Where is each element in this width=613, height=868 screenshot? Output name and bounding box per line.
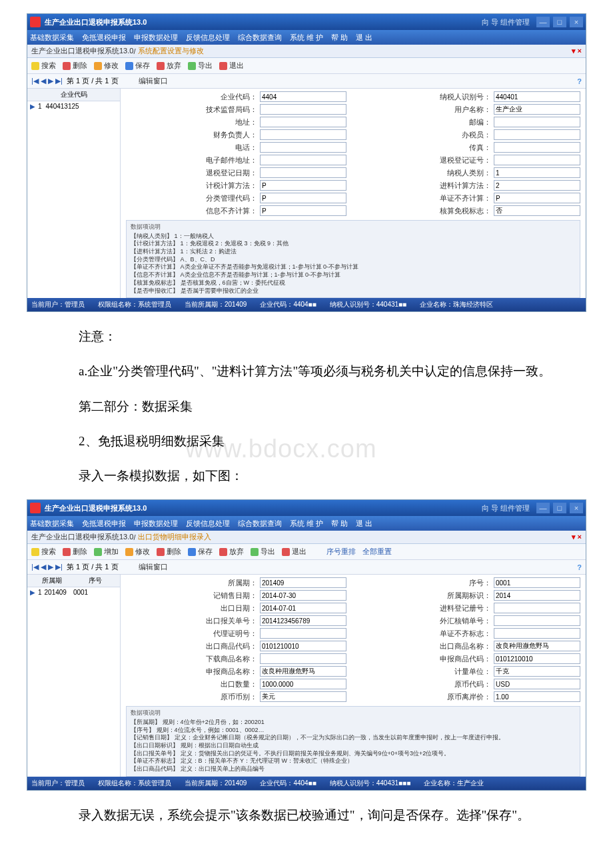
field-input[interactable]: [494, 577, 580, 588]
field-input[interactable]: [494, 193, 580, 203]
field-input[interactable]: [494, 653, 580, 664]
abort-button[interactable]: 放弃: [219, 547, 244, 557]
table-row[interactable]: ▶ 1 201409 0001: [27, 587, 120, 597]
help-icon[interactable]: ?: [577, 77, 582, 85]
field-input[interactable]: [494, 691, 580, 702]
field-input[interactable]: [494, 628, 580, 639]
table-row[interactable]: ▶ 1 440413125: [27, 101, 120, 111]
menu-item[interactable]: 免抵退税申报: [82, 33, 126, 43]
tab-close-icon[interactable]: ▾ ×: [572, 533, 582, 541]
max-button[interactable]: □: [553, 503, 566, 513]
menu-item[interactable]: 免抵退税申报: [82, 519, 126, 529]
pager-first-icon[interactable]: |◀ ◀ ▶ ▶|: [31, 77, 63, 85]
menu-item[interactable]: 帮 助: [331, 519, 348, 529]
menu-item[interactable]: 申报数据处理: [134, 519, 178, 529]
menu-item[interactable]: 系统 维 护: [290, 519, 323, 529]
delete2-button[interactable]: 删除: [157, 547, 181, 557]
field-input[interactable]: [260, 193, 346, 203]
field-input[interactable]: [494, 91, 580, 102]
export-button[interactable]: 导出: [251, 547, 275, 557]
field-input[interactable]: [494, 117, 580, 127]
field-input[interactable]: [494, 615, 580, 626]
menu-item[interactable]: 申报数据处理: [134, 33, 178, 43]
title-right[interactable]: 向 导 组件管理: [482, 503, 530, 513]
field-input[interactable]: [494, 679, 580, 689]
field-input[interactable]: [260, 180, 346, 191]
field-label: 原币离岸价：: [447, 692, 491, 702]
field-input[interactable]: [494, 167, 580, 178]
col-header: 所属期 序号: [27, 575, 120, 587]
field-input[interactable]: [260, 577, 346, 588]
modify-button[interactable]: 修改: [94, 61, 119, 71]
field-input[interactable]: [260, 590, 346, 601]
field-input[interactable]: [260, 628, 346, 639]
modify-button[interactable]: 修改: [125, 547, 150, 557]
search-button[interactable]: 搜索: [31, 61, 56, 71]
pager-nav-icons[interactable]: |◀ ◀ ▶ ▶|: [31, 563, 63, 571]
help-icon[interactable]: ?: [577, 563, 582, 571]
field-input[interactable]: [260, 129, 346, 140]
field-input[interactable]: [494, 641, 580, 651]
crumb-root[interactable]: 生产企业出口退税申报系统13.0: [31, 46, 133, 56]
export-button[interactable]: 导出: [188, 61, 213, 71]
field-input[interactable]: [260, 104, 346, 115]
max-button[interactable]: □: [553, 17, 566, 27]
field-input[interactable]: [494, 129, 580, 140]
field-input[interactable]: [260, 666, 346, 677]
menu-item[interactable]: 基础数据采集: [30, 519, 74, 529]
field-input[interactable]: [494, 142, 580, 153]
field-input[interactable]: [260, 167, 346, 178]
field-input[interactable]: [260, 155, 346, 165]
tab-close-icon[interactable]: ▾ ×: [572, 47, 582, 55]
field-input[interactable]: [494, 104, 580, 115]
menu-item[interactable]: 综合数据查询: [238, 519, 282, 529]
field-input[interactable]: [260, 653, 346, 664]
search-button[interactable]: 搜索: [31, 547, 56, 557]
resetall-button[interactable]: 全部重置: [362, 547, 392, 557]
field-input[interactable]: [260, 691, 346, 702]
menu-item[interactable]: 基础数据采集: [30, 33, 74, 43]
resort-button[interactable]: 序号重排: [326, 547, 356, 557]
field-input[interactable]: [494, 205, 580, 216]
field-input[interactable]: [260, 615, 346, 626]
close-button[interactable]: ×: [570, 503, 583, 513]
close-button[interactable]: ×: [570, 17, 583, 27]
edit-window-label: 编辑窗口: [139, 562, 168, 572]
title-right[interactable]: 向 导 组件管理: [482, 17, 530, 27]
content-area: 所属期 序号 ▶ 1 201409 0001 所属期：序号：记销售日期：所属期标…: [27, 575, 586, 777]
field-input[interactable]: [260, 205, 346, 216]
menu-item[interactable]: 退 出: [356, 33, 372, 43]
save-button[interactable]: 保存: [125, 61, 150, 71]
menu-item[interactable]: 综合数据查询: [238, 33, 282, 43]
field-input[interactable]: [260, 679, 346, 689]
menu-item[interactable]: 帮 助: [331, 33, 348, 43]
min-button[interactable]: —: [536, 17, 550, 27]
delete-button[interactable]: 删除: [63, 61, 87, 71]
app-icon: [30, 17, 41, 27]
abort-button[interactable]: 放弃: [157, 61, 181, 71]
form-field: 原币离岸价：: [360, 691, 580, 702]
status-tax: 纳税人识别号：440431■■: [330, 300, 406, 309]
save-button[interactable]: 保存: [188, 547, 213, 557]
quit-button[interactable]: 退出: [219, 61, 244, 71]
menu-item[interactable]: 退 出: [356, 519, 372, 529]
field-input[interactable]: [494, 155, 580, 165]
field-input[interactable]: [260, 142, 346, 153]
add-button[interactable]: 增加: [94, 547, 119, 557]
field-input[interactable]: [260, 603, 346, 613]
quit-button[interactable]: 退出: [282, 547, 306, 557]
field-input[interactable]: [260, 91, 346, 102]
field-input[interactable]: [494, 603, 580, 613]
field-input[interactable]: [494, 180, 580, 191]
min-button[interactable]: —: [536, 503, 550, 513]
field-input[interactable]: [260, 641, 346, 651]
field-input[interactable]: [260, 117, 346, 127]
menu-item[interactable]: 系统 维 护: [290, 33, 323, 43]
field-input[interactable]: [494, 590, 580, 601]
menu-item[interactable]: 反馈信息处理: [186, 33, 230, 43]
field-input[interactable]: [494, 666, 580, 677]
crumb-active: 系统配置设置与修改: [138, 46, 204, 56]
menu-item[interactable]: 反馈信息处理: [186, 519, 230, 529]
crumb-root[interactable]: 生产企业出口退税申报系统13.0: [31, 532, 133, 542]
delete-button[interactable]: 删除: [63, 547, 87, 557]
